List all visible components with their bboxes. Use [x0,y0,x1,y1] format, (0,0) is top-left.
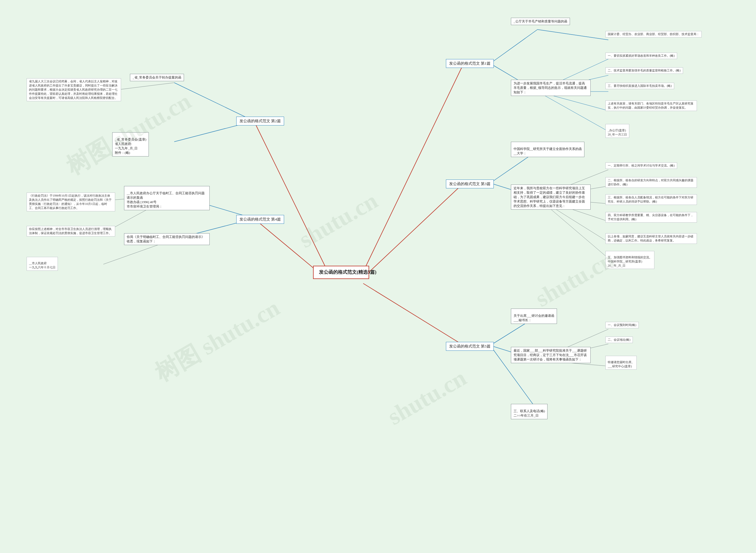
branch5-child2: 最近，国家___部___科学研究院批准关于___课题研究项目目，经商议，定于三月… [511,347,591,363]
svg-line-13 [174,83,254,121]
branch2-child2: _省_常务委员会(盖章) 省人民政府: 一九九年_月_日 附件：(略) [112,132,149,156]
branch4-child2: 你局《关于明确临时工、合同工能否执罚问题的请示》收悉，现复函如下： [124,233,210,245]
branch2-child1: _省_常务委员会关于转办提案的函 [130,74,184,81]
branch5-c2-s1: 一、会议预到时间(略) [605,322,639,328]
svg-line-0 [363,64,464,271]
branch1-child1-sub1: 国家计委、经贸办、农业部、商业部、经贸部、纺织部、技术监督局： [605,31,702,37]
branch5-level1: 发公函的格式范文 第5篇 [446,342,494,351]
svg-line-6 [537,29,608,40]
watermark-3: 树图 shutu.cn [149,292,286,389]
center-node: 发公函的格式范文(精选5篇) [313,266,369,279]
branch4-c2-s1: __市人民政府 一九九六年十月七日 [26,257,58,271]
branch1-level1: 发公函的格式范文 第1篇 [446,59,494,68]
branch1-c2-s4: 上述有关政策，请有关部门、各地区特别是羊毛生产区认真研究落实，执行中的问题，由国… [605,100,697,111]
branch1-c2-s5: _办公厅(盖章) 20_年一月三日 [605,124,629,138]
branch4-c1-s2: 你应按照上述精神，对全市市容卫生执法人员进行清理，理顺执法体制，保证依规处罚法的… [26,226,115,236]
branch3-c2-s5: 以上各项，如蒙同意，建议互选科研主管人员就有关内容进一步磋商，还确定，以利工作。… [605,233,697,244]
branch3-level1: 发公函的格式范文 第3篇 [446,179,494,188]
watermark-2: shutu.cn [294,187,382,253]
branch1-c2-s3: 三、要尽快组织直接进入国际羊毛拍卖市场。(略) [605,83,674,89]
branch1-child2: 为进一步发展我国羊毛生产，提活羊毛流通，提高羊毛质量，根据_领导同志的批示，现就… [511,80,591,96]
branch1-c2-s1: 一、要切实抓紧抓好草场改造和羊种改良工作。(略) [605,53,677,59]
branch3-c2-s1: 一、定期举行所、校之间学术讨论与学术交流。(略) [605,162,677,169]
svg-line-2 [363,183,464,278]
branch5-child3: 三、联系人及电话(略) 二○○年在三月_日 [511,404,547,419]
branch4-child1: __市人民政府办公厅关于临时工、合同工能否执罚问题请示的复函 市政办函 [199… [124,186,210,210]
branch2-c1-s1: 省九届人大三次会议已经闭幕，会间，省人代表以主人翁精神，对改进省人民政府的工作提… [26,78,121,101]
branch4-level1: 发公函的格式范文 第4篇 [236,215,284,224]
branch5-child1: 关于出席___研讨会的邀请函 ___秘书长： [511,309,557,324]
branch3-c2-s6: 五、加强图书资料和情报的交流。 中国科学院__研究所(盖章) 20__年_月_日 [605,251,655,269]
branch5-c2-s3: 特邀请您届时出席。 ___研究中心(盖章) [605,356,637,370]
svg-line-12 [537,91,608,131]
svg-line-5 [490,29,537,64]
branch1-c2-s2: 二、技术监督局要加强羊毛的质量监督和检验工作。(略) [605,67,683,74]
branch3-c2-s3: 三、根据所、校各自人员配备情况，校方在可能的条件下对所方研究生、科研人员的培训予… [605,194,697,205]
branch5-c2-s2: 二、会议地址(略) [605,336,633,343]
branch3-child2: 近年来，我所与贵校双方在一些科学研究项目上互相支持，取得了一定的成绩，建立了良好… [511,184,591,210]
branch1-child1: _公厅关于羊毛产销和质量等问题的函 [511,18,570,25]
branch3-c2-s4: 四、双方科研教学所需要重、精、尖仪器设备，在可能的条件下，予对方提供利用。(略) [605,212,697,223]
branch2-level1: 发公函的格式范文 第2篇 [236,116,284,126]
svg-line-4 [363,284,464,345]
watermark-4: shutu.cn [383,364,471,430]
svg-line-1 [254,121,325,266]
branch4-c1-s1: 《行政处罚法》于1996年10月1日起执行，该法对行政执法主体及执法人员作出了明… [26,192,115,212]
branch3-child1: 中国科学院__研究所关于建立全面协作关系的函 __大学： [511,142,585,157]
branch3-c2-s2: 二、根据所、校各自的研发方向和特点，对双方共同感兴趣的课题进行协作。(略) [605,177,697,188]
